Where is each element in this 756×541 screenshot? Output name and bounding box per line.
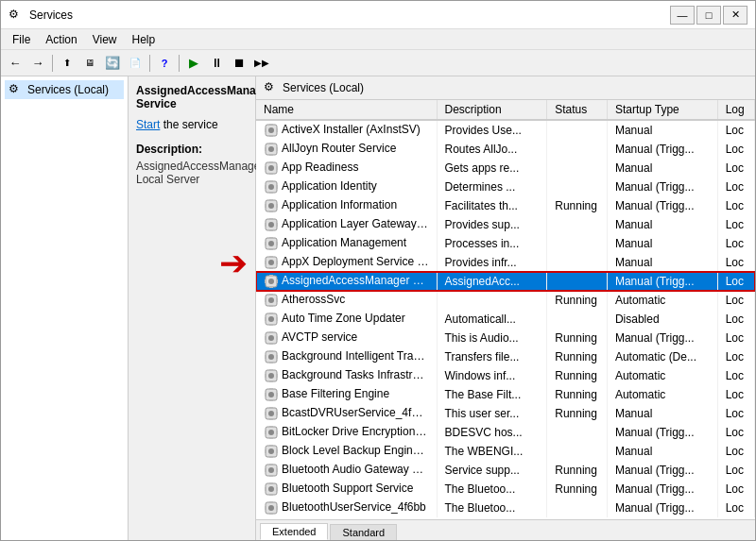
cell-name: Bluetooth Support Service (256, 480, 437, 499)
cell-description: Determines ... (437, 178, 547, 196)
tab-standard[interactable]: Standard (330, 524, 397, 540)
table-row[interactable]: Background Intelligent Tran...Transfers … (256, 347, 755, 366)
col-header-startup[interactable]: Startup Type (607, 100, 717, 120)
svg-rect-40 (265, 242, 266, 245)
menu-help[interactable]: Help (125, 31, 163, 48)
table-row[interactable]: App ReadinessGets apps re...ManualLoc (256, 159, 755, 178)
forward-button[interactable]: → (27, 53, 48, 74)
table-row[interactable]: Application IdentityDetermines ...Manual… (256, 178, 755, 196)
menu-file[interactable]: File (5, 31, 38, 48)
service-name-text: ActiveX Installer (AxInstSV) (282, 123, 421, 136)
svg-point-49 (268, 279, 274, 284)
maximize-button[interactable]: □ (696, 6, 721, 25)
tab-extended[interactable]: Extended (260, 523, 328, 540)
col-header-name[interactable]: Name (256, 100, 437, 120)
cell-name: Block Level Backup Engine S... (256, 442, 437, 461)
cell-startup: Disabled (607, 310, 717, 329)
nav-item-services-local[interactable]: ⚙ Services (Local) (5, 80, 124, 99)
svg-point-103 (268, 448, 274, 454)
show-hide-button[interactable]: 🖥 (79, 53, 100, 74)
menu-bar: File Action View Help (1, 29, 755, 50)
svg-rect-98 (269, 426, 273, 428)
table-row[interactable]: BitLocker Drive Encryption S...BDESVC ho… (256, 423, 755, 442)
stop-button[interactable]: ⏹ (229, 53, 249, 74)
table-row[interactable]: Block Level Backup Engine S...The WBENGI… (256, 442, 755, 461)
table-row[interactable]: Auto Time Zone UpdaterAutomaticall...Dis… (256, 310, 755, 329)
menu-action[interactable]: Action (38, 31, 84, 48)
svg-rect-11 (276, 147, 278, 151)
left-panel: AssignedAccessManager Service Start the … (129, 76, 256, 540)
cell-startup: Manual (607, 120, 717, 140)
svg-rect-125 (276, 506, 278, 510)
service-name-text: AppX Deployment Service (A... (282, 255, 437, 268)
start-link[interactable]: Start (136, 118, 160, 131)
svg-rect-44 (269, 256, 273, 258)
cell-log: Loc (717, 140, 754, 159)
col-header-log[interactable]: Log (717, 100, 754, 120)
cell-description: Automaticall... (437, 310, 547, 329)
service-name-text: Base Filtering Engine (282, 387, 389, 400)
service-name-text: AssignedAccessManager Ser... (282, 274, 437, 287)
back-button[interactable]: ← (5, 53, 26, 74)
table-row[interactable]: Background Tasks Infrastruc...Windows in… (256, 366, 755, 385)
svg-point-67 (268, 335, 274, 341)
svg-point-31 (268, 222, 274, 228)
col-header-description[interactable]: Description (437, 100, 547, 120)
table-row[interactable]: Application Layer Gateway S...Provides s… (256, 215, 755, 234)
table-row[interactable]: Bluetooth Support ServiceThe Bluetoo...R… (256, 480, 755, 499)
service-icon (264, 312, 282, 325)
up-button[interactable]: ⬆ (57, 53, 77, 74)
svg-rect-86 (269, 388, 273, 390)
svg-point-73 (268, 354, 274, 360)
cell-log: Loc (717, 120, 754, 140)
cell-name: Bluetooth Audio Gateway Se... (256, 461, 437, 480)
restart-button[interactable]: ▶▶ (251, 53, 272, 74)
svg-rect-110 (269, 464, 273, 465)
minimize-button[interactable]: — (670, 6, 695, 25)
toolbar-separator-1 (52, 55, 53, 72)
col-header-status[interactable]: Status (547, 100, 608, 120)
table-row[interactable]: AtherossSvcRunningAutomaticLoc (256, 291, 755, 310)
service-name-text: AtherossSvc (282, 293, 345, 306)
svg-rect-45 (269, 267, 273, 269)
svg-rect-70 (265, 336, 266, 340)
table-row[interactable]: AVCTP serviceThis is Audio...RunningManu… (256, 329, 755, 347)
svg-rect-123 (269, 513, 273, 515)
service-icon (264, 444, 282, 457)
svg-point-19 (268, 184, 274, 190)
svg-rect-22 (265, 185, 266, 189)
table-row[interactable]: Bluetooth Audio Gateway Se...Service sup… (256, 461, 755, 480)
table-row[interactable]: ActiveX Installer (AxInstSV)Provides Use… (256, 120, 755, 140)
refresh-button[interactable]: 🔄 (102, 53, 123, 74)
table-row[interactable]: AllJoyn Router ServiceRoutes AllJo...Man… (256, 140, 755, 159)
menu-view[interactable]: View (85, 31, 125, 48)
help-button[interactable]: ? (154, 53, 175, 74)
svg-point-91 (268, 411, 274, 416)
table-row[interactable]: AssignedAccessManager Ser...AssignedAcc.… (256, 272, 755, 291)
close-button[interactable]: ✕ (723, 6, 747, 25)
export-button[interactable]: 📄 (125, 53, 146, 74)
svg-rect-124 (265, 506, 266, 510)
svg-rect-17 (276, 166, 278, 170)
cell-startup: Manual (607, 159, 717, 178)
play-button[interactable]: ▶ (183, 53, 204, 74)
cell-name: Background Intelligent Tran... (256, 347, 437, 366)
svg-point-97 (268, 430, 274, 435)
service-name-text: Bluetooth Audio Gateway Se... (282, 463, 436, 476)
svg-rect-47 (276, 261, 278, 264)
pause-button[interactable]: ⏸ (206, 53, 227, 74)
table-row[interactable]: Application ManagementProcesses in...Man… (256, 234, 755, 253)
window-icon: ⚙ (9, 8, 24, 23)
cell-startup: Manual (Trigg... (607, 499, 717, 517)
svg-rect-33 (269, 229, 273, 231)
svg-rect-74 (269, 350, 273, 352)
svg-rect-20 (269, 180, 273, 182)
svg-rect-113 (276, 468, 278, 472)
table-row[interactable]: Base Filtering EngineThe Base Filt...Run… (256, 385, 755, 404)
table-row[interactable]: BluetoothUserService_4f6bbThe Bluetoo...… (256, 499, 755, 517)
services-table-wrapper[interactable]: Name Description Status Startup Type Log… (256, 100, 755, 519)
table-row[interactable]: BcastDVRUserService_4f6bbThis user ser..… (256, 404, 755, 423)
cell-description: AssignedAcc... (437, 272, 547, 291)
table-row[interactable]: Application InformationFacilitates th...… (256, 196, 755, 215)
table-row[interactable]: AppX Deployment Service (A...Provides in… (256, 253, 755, 272)
